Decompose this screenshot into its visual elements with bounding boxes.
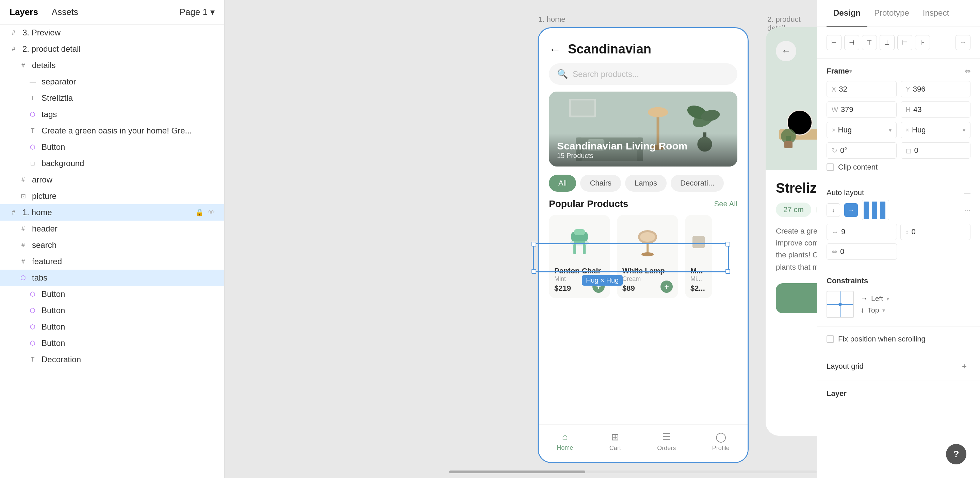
tab-all[interactable]: All: [549, 175, 576, 192]
layer-item-details[interactable]: # details: [0, 57, 224, 73]
tab-design[interactable]: Design: [827, 0, 867, 27]
more-options-btn[interactable]: ···: [965, 206, 970, 214]
search-bar[interactable]: 🔍 Search products...: [549, 63, 737, 85]
tab-chairs[interactable]: Chairs: [580, 175, 621, 192]
hug-y-dropdown[interactable]: × Hug ▾: [901, 122, 971, 138]
tab-prototype[interactable]: Prototype: [867, 0, 916, 27]
add-layout-grid-btn[interactable]: +: [958, 360, 970, 373]
resize-auto-icon[interactable]: ⇔: [965, 67, 970, 75]
help-button[interactable]: ?: [946, 444, 966, 464]
nav-orders[interactable]: ☰ Orders: [657, 431, 676, 452]
tab-decoration[interactable]: Decorati...: [671, 175, 724, 192]
tab-inspect[interactable]: Inspect: [916, 0, 956, 27]
align-right-btn[interactable]: ⊤: [862, 35, 877, 50]
layer-item-decoration[interactable]: T Decoration: [0, 351, 224, 368]
resize-btn[interactable]: ↔: [956, 35, 970, 50]
layer-item-header[interactable]: # header: [0, 221, 224, 237]
constraint-horizontal[interactable]: → Left ▾: [861, 295, 889, 303]
align-middle-btn[interactable]: ⊨: [897, 35, 912, 50]
x-field[interactable]: X 32: [827, 81, 897, 97]
nav-home-label: Home: [557, 444, 573, 451]
auto-layout-minus[interactable]: —: [964, 189, 970, 197]
featured-card[interactable]: Scandinavian Living Room 15 Products: [549, 92, 737, 166]
layer-item-btn4[interactable]: ⬡ Button: [0, 335, 224, 351]
scrollbar-thumb[interactable]: [449, 470, 585, 473]
visibility-icon[interactable]: 👁: [208, 208, 215, 217]
align-center-h-btn[interactable]: ⊣: [844, 35, 859, 50]
constraints-title: Constraints: [827, 276, 970, 285]
direction-down-btn[interactable]: ↓: [827, 203, 840, 217]
layer-item-home[interactable]: # 1. home 🔒 👁: [0, 204, 224, 221]
layer-item-tabs[interactable]: ⬡ tabs: [0, 270, 224, 286]
layer-item-separator[interactable]: — separator: [0, 73, 224, 90]
y-field[interactable]: Y 396: [901, 81, 971, 97]
canvas[interactable]: 1. home 2. product detail 3. Preview ← S…: [224, 0, 817, 478]
resize-handle-bl[interactable]: [531, 269, 536, 274]
horizontal-scrollbar[interactable]: [449, 470, 817, 473]
layer-item-product-detail[interactable]: # 2. product detail: [0, 41, 224, 57]
layer-item-background[interactable]: □ background: [0, 155, 224, 172]
layer-item-search[interactable]: # search: [0, 237, 224, 253]
clip-content-checkbox[interactable]: Clip content: [827, 163, 970, 172]
frame-caret[interactable]: ▾: [849, 67, 852, 75]
layer-item-streliztia[interactable]: T Streliztia: [0, 90, 224, 106]
hug-x-dropdown[interactable]: > Hug ▾: [827, 122, 897, 138]
tab-lamps[interactable]: Lamps: [625, 175, 667, 192]
nav-cart[interactable]: ⊞ Cart: [609, 431, 621, 452]
constraints-section: Constraints → Left ▾ ↓ Top ▾: [817, 268, 980, 327]
assets-tab[interactable]: Assets: [52, 7, 78, 18]
product-image-partial: [690, 221, 707, 263]
component-icon: ⬡: [29, 339, 37, 347]
back-arrow-icon[interactable]: ←: [549, 42, 561, 57]
layer-item-btn3[interactable]: ⬡ Button: [0, 319, 224, 335]
layer-item-btn2[interactable]: ⬡ Button: [0, 302, 224, 319]
layers-tab[interactable]: Layers: [10, 7, 38, 18]
layer-item-arrow[interactable]: # arrow: [0, 172, 224, 188]
product-card-lamp[interactable]: White Lamp Cream $89 +: [617, 215, 678, 298]
layer-label: Button: [41, 338, 65, 348]
nav-profile[interactable]: ◯ Profile: [712, 431, 730, 452]
auto-layout-section: Auto layout — ↓ → ··· ↔ 9 ↕ 0 ⇔: [817, 180, 980, 268]
nav-home[interactable]: ⌂ Home: [557, 431, 573, 452]
nav-orders-label: Orders: [657, 445, 676, 452]
layer-item-featured[interactable]: # featured: [0, 253, 224, 270]
rotation-field[interactable]: ↻ 0°: [827, 142, 897, 159]
right-panel: Design Prototype Inspect ⊢ ⊣ ⊤ ⊥ ⊨ ⊦ ↔ F…: [817, 0, 980, 478]
resize-handle-tl[interactable]: [531, 242, 536, 247]
layer-item-btn1[interactable]: ⬡ Button: [0, 286, 224, 302]
padding-h-field[interactable]: ⇔ 0: [827, 244, 897, 260]
product-card-chair[interactable]: Panton Chair Mint $219 +: [549, 215, 610, 298]
layout-grid-section: Layout grid +: [817, 352, 980, 381]
padding-v-field[interactable]: ↕ 0: [900, 224, 971, 240]
fix-position-checkbox[interactable]: Fix position when scrolling: [827, 335, 970, 344]
detail-back-button[interactable]: ←: [776, 41, 796, 61]
align-bottom-btn[interactable]: ⊦: [915, 35, 930, 50]
direction-right-btn[interactable]: →: [844, 203, 858, 217]
layer-item-picture[interactable]: ⊡ picture: [0, 188, 224, 204]
add-to-cart-button[interactable]: Add to Cart · $219: [776, 283, 817, 313]
h-field[interactable]: H 43: [901, 102, 971, 118]
svg-rect-2: [571, 100, 594, 116]
spacing-field[interactable]: ↔ 9: [827, 224, 897, 240]
auto-layout-fields: ↔ 9 ↕ 0 ⇔ 0: [827, 224, 970, 260]
see-all-link[interactable]: See All: [714, 199, 738, 208]
align-left-btn[interactable]: ⊢: [827, 35, 842, 50]
component-icon: ⬡: [29, 306, 37, 315]
layer-item-tags[interactable]: ⬡ tags: [0, 106, 224, 123]
layer-item-button1[interactable]: ⬡ Button: [0, 139, 224, 155]
w-field[interactable]: W 379: [827, 102, 897, 118]
lock-icon[interactable]: 🔒: [195, 208, 204, 217]
add-to-cart-lamp[interactable]: +: [660, 280, 673, 293]
svg-rect-24: [646, 244, 649, 253]
frame-icon: #: [10, 45, 18, 53]
clip-checkbox[interactable]: [827, 163, 834, 171]
product-card-partial[interactable]: M... Mi... $2...: [685, 215, 712, 298]
stretch-icon[interactable]: ↔: [956, 35, 970, 50]
layer-item-preview[interactable]: # 3. Preview: [0, 24, 224, 41]
layer-item-create-text[interactable]: T Create a green oasis in your home! Gre…: [0, 123, 224, 139]
fix-position-check[interactable]: [827, 335, 834, 343]
corner-field[interactable]: ◻ 0: [901, 142, 971, 159]
page-selector[interactable]: Page 1 ▾: [180, 7, 215, 18]
constraint-vertical[interactable]: ↓ Top ▾: [861, 306, 889, 314]
align-top-btn[interactable]: ⊥: [880, 35, 894, 50]
